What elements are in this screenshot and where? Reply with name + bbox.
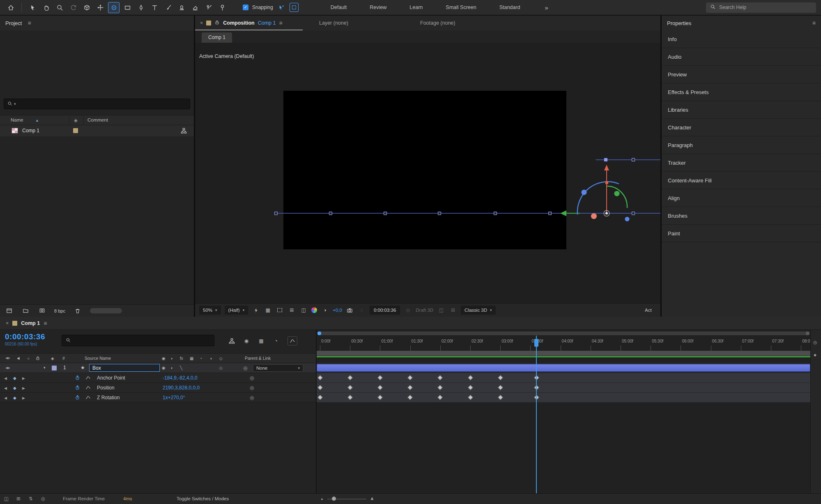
stopwatch-icon[interactable] <box>75 375 80 380</box>
pen-tool[interactable] <box>135 2 147 13</box>
column-index[interactable]: # <box>62 356 65 361</box>
workspace-review[interactable]: Review <box>370 5 386 10</box>
workspace-small-screen[interactable]: Small Screen <box>446 5 476 10</box>
property-value[interactable]: 2190,3,828,0,0,0 <box>163 385 200 391</box>
fx-switch-icon[interactable]: fx <box>180 356 183 361</box>
lock-icon[interactable] <box>35 356 40 361</box>
help-search-input[interactable]: Search Help <box>706 2 816 13</box>
timeline-search-input[interactable] <box>62 335 214 346</box>
current-time-indicator[interactable] <box>536 336 537 493</box>
search-options-caret-icon[interactable]: ▾ <box>14 102 16 106</box>
av-features-pane-icon[interactable]: ◎ <box>41 496 45 502</box>
shy-toggle-icon[interactable]: ◉ <box>241 336 251 345</box>
keyframe-at-current-time-indicator[interactable]: ◆ <box>13 376 16 380</box>
draft-3d-cube-icon[interactable]: ◇ <box>404 306 412 314</box>
keyframe[interactable] <box>407 385 413 390</box>
puppet-pin-tool[interactable] <box>216 2 228 13</box>
keyframe[interactable] <box>468 385 473 390</box>
properties-item-effects-presets[interactable]: Effects & Presets <box>662 83 821 101</box>
layer-duration-bar[interactable] <box>317 364 810 372</box>
pickwhip-icon[interactable]: ◎ <box>250 385 254 391</box>
snap-bounds-icon[interactable] <box>290 3 299 12</box>
zoom-tool[interactable] <box>54 2 65 13</box>
lock-icon[interactable] <box>214 20 220 26</box>
type-tool[interactable] <box>149 2 160 13</box>
toggle-switches-modes-button[interactable]: Toggle Switches / Modes <box>177 496 229 501</box>
zoom-in-mountain-icon[interactable]: ▲ <box>370 495 375 501</box>
shape-tool[interactable] <box>122 2 133 13</box>
keyframe[interactable] <box>347 395 353 400</box>
snap-cursor-icon[interactable] <box>277 3 286 12</box>
prev-keyframe-button[interactable]: ◀ <box>4 386 7 390</box>
project-search-input[interactable]: ▾ <box>4 99 190 109</box>
camera-tool[interactable] <box>81 2 92 13</box>
layer-expand-caret-icon[interactable]: ▾ <box>44 366 46 370</box>
keyframe[interactable] <box>437 395 443 400</box>
prev-keyframe-button[interactable]: ◀ <box>4 376 7 380</box>
timeline-zoom-handle[interactable] <box>332 497 336 501</box>
zoom-out-mountain-icon[interactable]: ▲ <box>320 497 324 501</box>
keyframe[interactable] <box>437 375 443 380</box>
brush-tool[interactable] <box>162 2 174 13</box>
properties-item-character[interactable]: Character <box>662 119 821 136</box>
properties-item-content-aware-fill[interactable]: Content-Aware Fill <box>662 172 821 189</box>
motion-blur-toggle-icon[interactable]: ◔ <box>271 336 281 345</box>
layer-3d-switch[interactable]: ◇ <box>219 366 223 370</box>
fast-preview-icon[interactable] <box>252 306 260 314</box>
label-column-icon[interactable]: ◈ <box>51 356 54 361</box>
keyframe-at-current-time-indicator[interactable]: ◆ <box>13 386 16 390</box>
keyframe[interactable] <box>317 375 323 380</box>
viewer-timecode[interactable]: 0:00:03:36 <box>370 306 400 315</box>
3d-switch-icon[interactable]: ◇ <box>219 356 223 361</box>
view-layout-dropdown-clipped[interactable]: Act <box>645 308 656 313</box>
tab-target-comp[interactable]: Comp 1 <box>258 20 276 26</box>
layer-collapse-switch[interactable]: ◐ <box>171 366 173 370</box>
subtab-comp1[interactable]: Comp 1 <box>202 32 232 43</box>
magnification-dropdown[interactable]: 50%▾ <box>199 306 221 315</box>
frame-blend-toggle-icon[interactable]: ▦ <box>256 336 266 345</box>
frame-blend-switch-icon[interactable]: ▦ <box>190 356 193 361</box>
workspace-overflow-chevron[interactable]: » <box>545 4 548 11</box>
layer-quality-switch[interactable]: ◉ <box>162 366 166 370</box>
label-color-chip[interactable] <box>73 128 78 133</box>
next-keyframe-button[interactable]: ▶ <box>22 396 25 400</box>
keyframe-track-anchor-point[interactable] <box>317 373 810 383</box>
properties-item-preview[interactable]: Preview <box>662 66 821 83</box>
layer-name-box[interactable]: Box <box>89 364 160 372</box>
in-out-panes-icon[interactable]: ⇅ <box>29 496 33 502</box>
prev-keyframe-button[interactable]: ◀ <box>4 396 7 400</box>
adjustment-switch-icon[interactable]: ◑ <box>209 356 212 361</box>
clone-stamp-tool[interactable] <box>176 2 187 13</box>
tab-layer[interactable]: Layer (none) <box>319 16 348 30</box>
layer-pickwhip-icon[interactable]: ◎ <box>243 365 247 371</box>
collapse-switch-icon[interactable]: ◐ <box>171 356 173 361</box>
keyframe-track-position[interactable] <box>317 383 810 393</box>
sort-ascending-icon[interactable]: ▲ <box>35 118 39 122</box>
orbit-around-cursor-tool[interactable] <box>108 2 120 13</box>
comp-marker-bin-icon[interactable]: ◎ <box>813 340 817 345</box>
properties-item-paint[interactable]: Paint <box>662 225 821 242</box>
label-column-icon[interactable]: ◈ <box>74 117 78 123</box>
keyframe[interactable] <box>498 385 503 390</box>
project-panel-menu-icon[interactable]: ≡ <box>28 20 31 26</box>
next-keyframe-button[interactable]: ▶ <box>22 386 25 390</box>
time-navigator-bar[interactable] <box>317 331 810 335</box>
property-value[interactable]: 1x+270,0° <box>163 395 185 400</box>
comp-marker-icon[interactable]: ◆ <box>814 353 816 357</box>
properties-item-audio[interactable]: Audio <box>662 48 821 66</box>
property-name[interactable]: Position <box>97 385 115 391</box>
hand-tool[interactable] <box>40 2 52 13</box>
new-folder-icon[interactable] <box>21 307 30 315</box>
column-source-name[interactable]: Source Name <box>85 356 111 361</box>
stopwatch-icon[interactable] <box>75 395 80 400</box>
graph-editor-icon[interactable] <box>287 336 297 345</box>
timeline-tab-title[interactable]: Comp 1 <box>21 320 40 326</box>
shape-path-and-gizmo-overlay[interactable] <box>195 43 660 303</box>
keyframe[interactable] <box>407 395 413 400</box>
stopwatch-icon[interactable] <box>75 385 80 390</box>
flowchart-icon[interactable] <box>181 128 187 135</box>
next-keyframe-button[interactable]: ▶ <box>22 376 25 380</box>
eye-icon[interactable] <box>5 356 11 361</box>
extended-viewer-icon[interactable]: ⊞ <box>449 306 457 314</box>
transfer-controls-pane-icon[interactable]: ⊞ <box>16 496 21 502</box>
